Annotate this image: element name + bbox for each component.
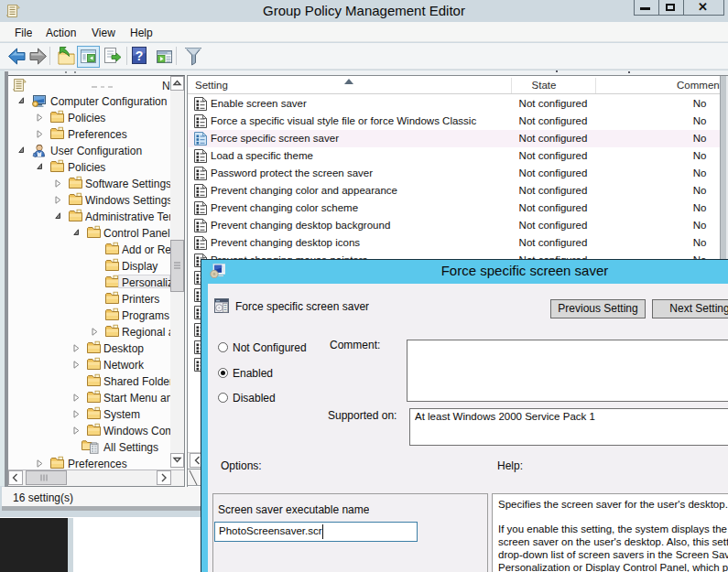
svg-text:?: ? [136,49,144,63]
